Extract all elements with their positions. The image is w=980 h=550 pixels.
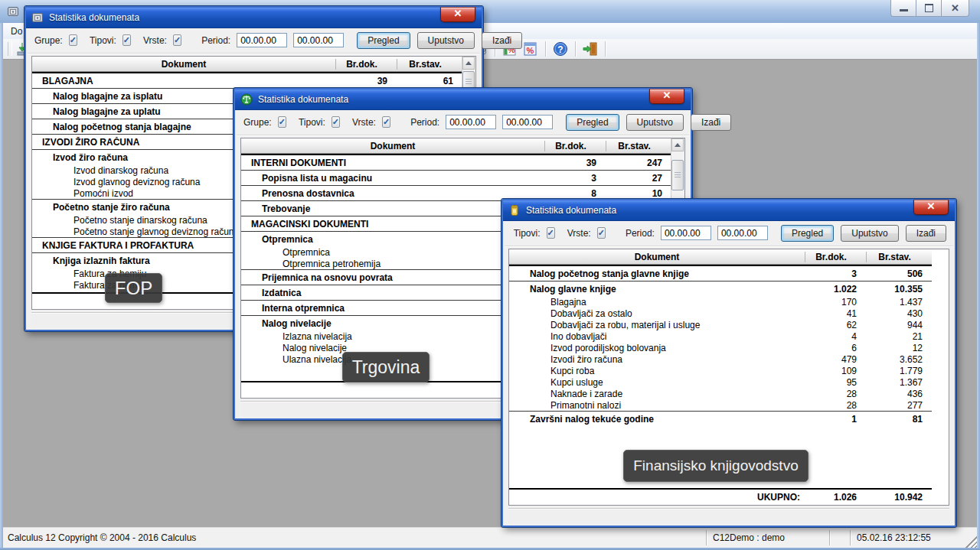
column-header-brstav[interactable]: Br.stav.: [606, 141, 671, 151]
toolbar-grip[interactable]: [8, 42, 12, 56]
scroll-up-button[interactable]: [462, 57, 475, 70]
vrste-checkbox[interactable]: ✓: [597, 227, 606, 239]
row-label: Završni nalog tekuće godine: [509, 414, 805, 425]
minimize-button[interactable]: [890, 0, 916, 17]
izadi-button[interactable]: Izađi: [906, 225, 946, 242]
tipovi-checkbox[interactable]: ✓: [332, 116, 340, 128]
row-label: Interna otpremnica: [241, 303, 544, 314]
close-icon: ✕: [951, 3, 959, 13]
arrow-up-icon: [466, 61, 472, 65]
row-label: Izvodi žiro računa: [509, 354, 805, 365]
menu-item-dokumenti[interactable]: Do: [3, 26, 27, 37]
period-label: Period:: [201, 35, 230, 46]
row-brdok-value: 109: [805, 366, 866, 376]
row-label: Izlazna nivelacija: [241, 331, 544, 342]
row-label: Kupci roba: [509, 366, 805, 376]
tipovi-label: Tipovi:: [90, 35, 116, 46]
uputstvo-button[interactable]: Uputstvo: [841, 225, 898, 242]
child-titlebar[interactable]: Statistika dokumenata✕: [235, 89, 691, 110]
vrste-checkbox[interactable]: ✓: [382, 116, 390, 128]
grupe-checkbox[interactable]: ✓: [278, 116, 286, 128]
tipovi-label: Tipovi:: [299, 117, 325, 128]
period-from-input[interactable]: [446, 115, 496, 129]
window-title: Statistika dokumenata: [258, 94, 348, 105]
grupe-checkbox[interactable]: ✓: [69, 34, 77, 46]
arrow-up-icon: [675, 143, 681, 147]
period-to-input[interactable]: [502, 115, 553, 129]
close-button[interactable]: ✕: [913, 200, 949, 215]
totals-label: UKUPNO:: [509, 492, 805, 503]
period-from-input[interactable]: [237, 33, 287, 47]
row-brstav-value: 430: [866, 308, 932, 319]
uputstvo-button[interactable]: Uputstvo: [417, 32, 475, 49]
vrste-checkbox[interactable]: ✓: [173, 34, 181, 46]
table-header: DokumentBr.dok.Br.stav.: [32, 57, 462, 72]
row-brstav-value: 277: [866, 400, 932, 411]
table-row: Dobavljači za ostalo41430: [509, 308, 932, 319]
row-brstav-value: 506: [866, 268, 932, 279]
row-brstav-value: 61: [397, 76, 462, 86]
column-header-dokument[interactable]: Dokument: [241, 141, 544, 151]
row-brdok-value: 1: [805, 414, 866, 425]
izadi-button[interactable]: Izađi: [482, 32, 522, 49]
column-header-dokument[interactable]: Dokument: [32, 59, 335, 70]
column-header-brstav[interactable]: Br.stav.: [866, 252, 932, 262]
caption-buttons: ✕: [891, 0, 969, 16]
controls-bar: Tipovi:✓Vrste:✓Period:PregledUputstvoIza…: [505, 220, 953, 246]
uputstvo-button[interactable]: Uputstvo: [626, 114, 684, 131]
row-label: Dobavljači za robu, materijal i usluge: [509, 320, 805, 330]
row-brdok-value: 170: [805, 297, 866, 308]
close-button-main[interactable]: ✕: [941, 0, 969, 17]
izadi-button[interactable]: Izađi: [691, 114, 731, 131]
row-brstav-value: 1.779: [866, 366, 932, 376]
column-header-dokument[interactable]: Dokument: [509, 252, 805, 262]
child-titlebar[interactable]: Statistika dokumenata✕: [503, 200, 955, 221]
controls-bar: Grupe:✓Tipovi:✓Vrste:✓Period:PregledUput…: [237, 109, 689, 135]
period-to-input[interactable]: [293, 33, 344, 47]
report-percent-blue-icon[interactable]: %: [522, 41, 539, 57]
row-label: Prenosna dostavnica: [241, 188, 544, 199]
exit-icon[interactable]: [582, 41, 599, 57]
maximize-icon: [925, 4, 933, 12]
column-header-brdok[interactable]: Br.dok.: [544, 141, 606, 151]
row-label: MAGACINSKI DOKUMENTI: [241, 219, 544, 229]
row-brdok-value: 3: [544, 173, 606, 184]
pregled-button[interactable]: Pregled: [357, 32, 410, 49]
row-label: Dobavljači za ostalo: [509, 308, 805, 319]
vrste-label: Vrste:: [143, 35, 167, 46]
child-titlebar[interactable]: Statistika dokumenata✕: [26, 8, 482, 28]
row-brstav-value: 247: [606, 158, 671, 168]
table-row: Primanotni nalozi28277: [509, 399, 932, 412]
help-icon[interactable]: ?: [552, 41, 569, 57]
column-header-brstav[interactable]: Br.stav.: [397, 59, 462, 70]
scroll-thumb[interactable]: [671, 160, 684, 190]
resize-grip[interactable]: [965, 536, 977, 548]
row-brdok-value: 62: [805, 320, 866, 330]
tipovi-checkbox[interactable]: ✓: [122, 34, 131, 46]
scale-icon: [240, 93, 253, 106]
tipovi-checkbox[interactable]: ✓: [547, 227, 555, 239]
pregled-button[interactable]: Pregled: [781, 225, 834, 242]
table-row: Ino dobavljači421: [509, 330, 932, 342]
maximize-button[interactable]: [916, 0, 942, 17]
column-header-brdok[interactable]: Br.dok.: [335, 59, 397, 70]
period-from-input[interactable]: [661, 226, 711, 240]
close-button[interactable]: ✕: [440, 7, 475, 22]
period-to-input[interactable]: [717, 226, 768, 240]
window-title: Statistika dokumenata: [49, 12, 139, 23]
row-brstav-value: 944: [866, 320, 932, 330]
table-header: DokumentBr.dok.Br.stav.: [509, 249, 932, 265]
scroll-up-button[interactable]: [671, 138, 684, 151]
row-label: Izvod porodiljskog bolovanja: [509, 343, 805, 353]
close-button[interactable]: ✕: [649, 89, 684, 104]
row-label: Naknade i zarade: [509, 389, 805, 399]
svg-text:?: ?: [557, 44, 563, 55]
row-label: Popisna lista u magacinu: [241, 173, 544, 184]
overlay-label-finansijsko-knjigovodstvo: Finansijsko knjigovodstvo: [623, 450, 808, 482]
calculus-application-window: ✕ Do % % ?: [0, 0, 980, 550]
column-header-brdok[interactable]: Br.dok.: [805, 252, 866, 262]
table-body: Nalog početnog stanja glavne knjige3506N…: [509, 265, 932, 426]
table-row: Blagajna1701.437: [509, 296, 932, 308]
table-row: INTERNI DOKUMENTI39247: [241, 155, 671, 171]
pregled-button[interactable]: Pregled: [566, 114, 619, 131]
